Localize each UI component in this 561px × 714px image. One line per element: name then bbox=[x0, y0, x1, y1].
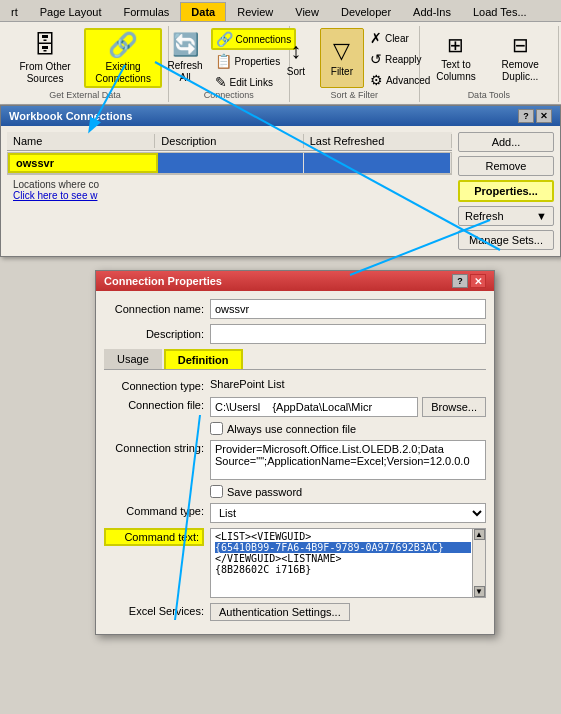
authentication-settings-button[interactable]: Authentication Settings... bbox=[210, 603, 350, 621]
tab-formulas[interactable]: Formulas bbox=[113, 2, 181, 21]
advanced-icon: ⚙ bbox=[370, 72, 383, 88]
wb-connections-titlebar: Workbook Connections ? ✕ bbox=[1, 106, 560, 126]
save-password-label: Save password bbox=[227, 486, 302, 498]
tab-review[interactable]: Review bbox=[226, 2, 284, 21]
sort-button[interactable]: ↕ Sort bbox=[274, 28, 318, 88]
existing-connections-label: Existing Connections bbox=[91, 61, 155, 85]
remove-duplicates-button[interactable]: ⊟ Remove Duplic... bbox=[488, 28, 552, 88]
wb-titlebar-buttons: ? ✕ bbox=[518, 109, 552, 123]
scrollbar-up-button[interactable]: ▲ bbox=[474, 529, 485, 540]
connection-file-input[interactable] bbox=[210, 397, 418, 417]
conn-props-title: Connection Properties bbox=[104, 275, 222, 287]
conn-props-close-button[interactable]: ✕ bbox=[470, 274, 486, 288]
connection-file-row: Connection file: Browse... bbox=[104, 397, 486, 417]
wb-connections-title: Workbook Connections bbox=[9, 110, 132, 122]
wb-close-button[interactable]: ✕ bbox=[536, 109, 552, 123]
reapply-icon: ↺ bbox=[370, 51, 382, 67]
wb-col-last-refreshed: Last Refreshed bbox=[304, 134, 452, 148]
scrollbar-down-button[interactable]: ▼ bbox=[474, 586, 485, 597]
connection-name-label: Connection name: bbox=[104, 303, 204, 315]
connection-string-textarea[interactable]: Provider=Microsoft.Office.List.OLEDB.2.0… bbox=[210, 440, 486, 480]
sort-filter-group-label: Sort & Filter bbox=[330, 90, 378, 100]
wb-cell-description bbox=[158, 153, 305, 173]
existing-connections-button[interactable]: 🔗 Existing Connections bbox=[84, 28, 162, 88]
wb-cell-name: owssvr bbox=[8, 153, 158, 173]
wb-col-name: Name bbox=[7, 134, 155, 148]
connections-icon: 🔗 bbox=[216, 31, 233, 47]
from-other-sources-icon: 🗄 bbox=[33, 31, 57, 60]
always-use-checkbox[interactable] bbox=[210, 422, 223, 435]
tab-page-layout[interactable]: Page Layout bbox=[29, 2, 113, 21]
command-type-label: Command type: bbox=[104, 503, 204, 517]
connection-properties-dialog: Connection Properties ? ✕ Connection nam… bbox=[95, 270, 495, 635]
wb-cell-last-refreshed bbox=[304, 153, 451, 173]
tab-usage[interactable]: Usage bbox=[104, 349, 162, 369]
conn-props-help-button[interactable]: ? bbox=[452, 274, 468, 288]
cmd-line-1: <LIST><VIEWGUID> bbox=[215, 531, 471, 542]
wb-help-button[interactable]: ? bbox=[518, 109, 534, 123]
existing-connections-icon: 🔗 bbox=[108, 31, 138, 60]
tab-rt[interactable]: rt bbox=[0, 2, 29, 21]
command-text-label: Command text: bbox=[104, 528, 204, 546]
connection-name-input[interactable] bbox=[210, 299, 486, 319]
always-use-row: Always use connection file bbox=[210, 422, 486, 435]
tab-view[interactable]: View bbox=[284, 2, 330, 21]
sort-label: Sort bbox=[287, 66, 305, 78]
command-text-scrollbar[interactable]: ▲ ▼ bbox=[472, 529, 485, 597]
wb-properties-button[interactable]: Properties... bbox=[458, 180, 554, 202]
wb-remove-button[interactable]: Remove bbox=[458, 156, 554, 176]
connection-type-row: Connection type: SharePoint List bbox=[104, 378, 486, 392]
description-input[interactable] bbox=[210, 324, 486, 344]
tab-data[interactable]: Data bbox=[180, 2, 226, 21]
workbook-connections-dialog: Workbook Connections ? ✕ Name Descriptio… bbox=[0, 105, 561, 257]
wb-col-description: Description bbox=[155, 134, 303, 148]
tab-definition[interactable]: Definition bbox=[164, 349, 243, 369]
tab-add-ins[interactable]: Add-Ins bbox=[402, 2, 462, 21]
description-row: Description: bbox=[104, 324, 486, 344]
ribbon-tabs: rt Page Layout Formulas Data Review View… bbox=[0, 0, 561, 22]
reapply-label: Reapply bbox=[385, 54, 422, 65]
connections-group-label: Connections bbox=[204, 90, 254, 100]
ribbon-group-connections: 🔄 Refresh All 🔗 Connections 📋 Properties… bbox=[169, 26, 290, 102]
tab-load-test[interactable]: Load Tes... bbox=[462, 2, 538, 21]
cmd-line-3: </VIEWGUID><LISTNAME> bbox=[215, 553, 471, 564]
connection-file-input-group: Browse... bbox=[210, 397, 486, 417]
wb-connections-actions: Add... Remove Properties... Refresh ▼ Ma… bbox=[458, 132, 554, 250]
wb-connections-body: Name Description Last Refreshed owssvr L… bbox=[1, 126, 560, 256]
ribbon: rt Page Layout Formulas Data Review View… bbox=[0, 0, 561, 105]
browse-button[interactable]: Browse... bbox=[422, 397, 486, 417]
clear-label: Clear bbox=[385, 33, 409, 44]
wb-refresh-label: Refresh bbox=[465, 210, 504, 222]
tab-developer[interactable]: Developer bbox=[330, 2, 402, 21]
refresh-all-button[interactable]: 🔄 Refresh All bbox=[162, 28, 209, 88]
wb-bottom-text2: Click here to see w bbox=[13, 190, 446, 201]
wb-add-button[interactable]: Add... bbox=[458, 132, 554, 152]
save-password-checkbox[interactable] bbox=[210, 485, 223, 498]
filter-icon: ▽ bbox=[333, 38, 350, 64]
wb-connections-list: Name Description Last Refreshed owssvr L… bbox=[7, 132, 452, 250]
save-password-row: Save password bbox=[210, 485, 486, 498]
wb-list-row[interactable]: owssvr bbox=[7, 152, 452, 174]
remove-duplicates-icon: ⊟ bbox=[512, 33, 529, 57]
filter-label: Filter bbox=[331, 66, 353, 78]
wb-bottom-area: Locations where co Click here to see w bbox=[7, 174, 452, 207]
conn-props-titlebar: Connection Properties ? ✕ bbox=[96, 271, 494, 291]
wb-bottom-text1: Locations where co bbox=[13, 179, 446, 190]
connection-string-row: Connection string: Provider=Microsoft.Of… bbox=[104, 440, 486, 480]
edit-links-label: Edit Links bbox=[230, 77, 273, 88]
connection-type-value: SharePoint List bbox=[210, 378, 486, 390]
wb-manage-sets-button[interactable]: Manage Sets... bbox=[458, 230, 554, 250]
ribbon-group-data-tools: ⊞ Text to Columns ⊟ Remove Duplic... Dat… bbox=[420, 26, 559, 102]
command-text-row: Command text: <LIST><VIEWGUID> {65410B99… bbox=[104, 528, 486, 598]
text-to-columns-icon: ⊞ bbox=[447, 33, 464, 57]
description-label: Description: bbox=[104, 328, 204, 340]
from-other-sources-button[interactable]: 🗄 From Other Sources bbox=[8, 28, 82, 88]
connection-string-label: Connection string: bbox=[104, 440, 204, 454]
filter-button[interactable]: ▽ Filter bbox=[320, 28, 364, 88]
text-to-columns-button[interactable]: ⊞ Text to Columns bbox=[426, 28, 487, 88]
cmd-line-4: {8B28602C i716B} bbox=[215, 564, 471, 575]
cp-tabs-row: Usage Definition bbox=[104, 349, 486, 370]
wb-refresh-button[interactable]: Refresh ▼ bbox=[458, 206, 554, 226]
excel-services-row: Excel Services: Authentication Settings.… bbox=[104, 603, 486, 621]
command-type-select[interactable]: List bbox=[210, 503, 486, 523]
